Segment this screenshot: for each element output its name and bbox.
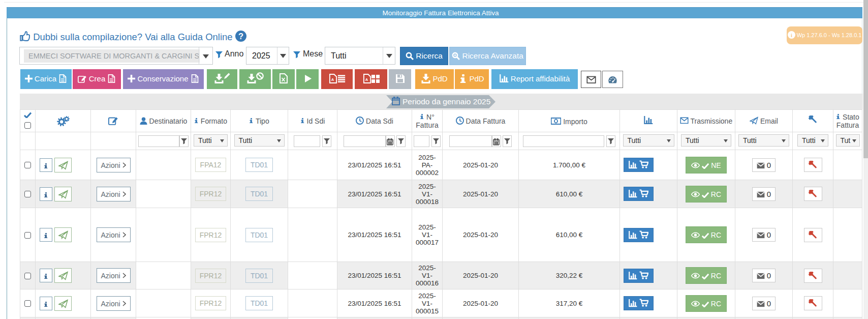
svg-text:A: A <box>331 77 334 82</box>
svg-text:A: A <box>365 77 368 82</box>
